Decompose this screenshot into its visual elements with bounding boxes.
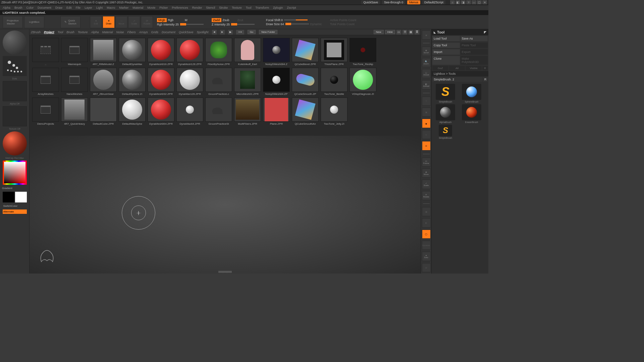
dynamic-button[interactable]: Dynamic <box>422 241 431 250</box>
menu-zscript[interactable]: Zscript <box>287 6 296 9</box>
zadd-button[interactable]: Zadd <box>212 18 221 22</box>
list-item[interactable]: TwoTone_Jelly.ZI <box>321 98 347 125</box>
dock-right-icon[interactable]: ◨ <box>461 0 466 4</box>
tool-simplebrush[interactable]: S SimpleBrush <box>433 84 458 103</box>
move-button[interactable]: ↔Move <box>115 16 127 28</box>
tab-alpha[interactable]: Alpha <box>91 31 99 34</box>
list-item[interactable]: MicroMesh01.ZPR <box>234 68 261 96</box>
list-item[interactable]: FiberByNoise.ZPR <box>205 38 232 66</box>
list-item[interactable]: TwoTone_RedAp <box>350 38 376 66</box>
list-item[interactable]: ArrayMeshes <box>32 68 59 96</box>
list-item[interactable]: QCubeSmooth.ZP <box>292 68 319 96</box>
menu-marker[interactable]: Marker <box>119 6 128 9</box>
rgb-intensity-bar[interactable] <box>180 24 204 25</box>
list-item[interactable]: DefaultCube.ZPR <box>90 98 117 125</box>
tab-quicksave[interactable]: QuickSave <box>179 31 194 34</box>
canvas-resize-handle[interactable] <box>218 271 232 273</box>
rotate-tool-button[interactable]: ⟳Rotate <box>422 191 431 200</box>
list-item[interactable]: DynaWax64.ZPR <box>176 98 203 125</box>
brush-preview[interactable] <box>3 31 27 55</box>
dock-left-icon[interactable]: ◧ <box>455 0 460 4</box>
menu-zplugin[interactable]: Zplugin <box>273 6 283 9</box>
list-item[interactable]: 4R7_QuickHeavy <box>61 98 88 125</box>
color-picker[interactable] <box>3 161 27 185</box>
xpose-button[interactable]: ⊞ <box>422 263 431 272</box>
menu-picker[interactable]: Picker <box>159 6 168 9</box>
view-details-icon[interactable]: ≣ <box>415 30 419 35</box>
menu-file[interactable]: File <box>76 6 81 9</box>
menu-stroke[interactable]: Stroke <box>219 6 228 9</box>
tab-brush[interactable]: Brush <box>66 31 74 34</box>
projection-master-button[interactable]: Projection Master <box>3 16 23 28</box>
quicksketch-button[interactable]: ✎ Quick Sketch <box>60 16 80 28</box>
menu-preferences[interactable]: Preferences <box>172 6 188 9</box>
import-button[interactable]: Import <box>432 49 460 55</box>
menu-color[interactable]: Color <box>26 6 34 9</box>
menu-layer[interactable]: Layer <box>85 6 92 9</box>
close-button[interactable]: ✕ <box>482 0 487 4</box>
list-item[interactable]: 4R7_ZBrushSear <box>90 68 117 96</box>
go-button[interactable]: Go <box>248 30 256 34</box>
alternate-button[interactable]: Alternate <box>3 209 27 214</box>
zcut-button[interactable]: Zcut <box>237 18 244 22</box>
menu-transform[interactable]: Transform <box>255 6 269 9</box>
goz-visible-button[interactable]: Visible <box>466 66 482 70</box>
lightbox-tools-link[interactable]: Lightbox > Tools <box>432 71 488 76</box>
make-polymesh-button[interactable]: Make PolyMesh3D <box>461 56 488 65</box>
list-item[interactable]: MultiFibers.ZPR <box>234 98 261 125</box>
edit-button[interactable]: ✦Edit <box>90 16 102 28</box>
z-intensity-bar[interactable] <box>231 24 255 25</box>
list-item[interactable]: Plane.ZPR <box>263 98 290 125</box>
save-as-button[interactable]: Save As <box>461 36 488 41</box>
tab-document[interactable]: Document <box>162 31 175 34</box>
floor-button[interactable]: ▦ <box>422 108 431 117</box>
help-icon[interactable]: ? <box>466 0 471 4</box>
switch-color-button[interactable]: SwitchColor <box>3 204 27 208</box>
goz-all-button[interactable]: All <box>449 66 465 70</box>
list-item[interactable]: DynaMesh016.ZPR <box>148 38 174 66</box>
clone-button[interactable]: Clone <box>432 56 460 65</box>
menu-render[interactable]: Render <box>192 6 202 9</box>
list-item[interactable]: GroomPracticeSt <box>205 98 232 125</box>
list-item[interactable]: DemoProjects <box>32 98 59 125</box>
polyf-button[interactable]: ▦ <box>422 207 431 216</box>
tab-arrays[interactable]: Arrays <box>139 31 148 34</box>
z-intensity-slider[interactable]: Z Intensity 25 <box>212 23 230 26</box>
m-button[interactable]: M <box>185 18 187 22</box>
list-item[interactable]: .. <box>32 38 59 66</box>
rgb-button[interactable]: Rgb <box>168 18 174 22</box>
goz-r-button[interactable]: R <box>482 66 488 70</box>
search-input[interactable]: ⟶ <box>236 30 244 35</box>
view-grid-icon[interactable]: ▦ <box>409 30 413 35</box>
list-item[interactable]: Mannequin <box>61 38 88 66</box>
list-item[interactable]: NanoMeshes <box>61 68 88 96</box>
list-item[interactable]: GroomPracticeLc <box>205 68 232 96</box>
export-button[interactable]: Export <box>461 49 488 55</box>
list-item[interactable]: DefaultDynaWax <box>119 38 146 66</box>
ghost-button[interactable]: ◯ <box>422 230 431 239</box>
list-item[interactable]: QCubeBevel.ZPR <box>292 38 319 66</box>
tool-eraserbrush[interactable]: EraserBrush <box>459 104 484 123</box>
menu-alpha[interactable]: Alpha <box>3 6 10 9</box>
menu-tool[interactable]: Tool <box>246 6 252 9</box>
tab-project[interactable]: Project <box>44 31 54 34</box>
panel-close-icon[interactable]: ◤ <box>484 31 486 34</box>
view-single-icon[interactable]: ▭ <box>396 30 401 35</box>
nav-prev-icon[interactable]: ◄ <box>212 30 217 35</box>
tab-tool[interactable]: Tool <box>58 31 63 34</box>
lconst-button[interactable]: ◎ <box>422 141 431 150</box>
menu-stencil[interactable]: Stencil <box>206 6 215 9</box>
current-tool-field[interactable]: SimpleBrush. 2 <box>432 77 482 82</box>
secondary-color-swatch[interactable] <box>3 192 14 202</box>
lightbox-button[interactable]: LightBox <box>24 16 44 28</box>
list-item[interactable]: DynaMesh032.ZPR <box>148 68 174 96</box>
load-tool-button[interactable]: Load Tool <box>432 36 460 41</box>
zsub-button[interactable]: Zsub <box>223 18 229 22</box>
focal-shift-bar[interactable] <box>284 19 308 20</box>
list-item[interactable]: NoisyDMesh64.ZP <box>263 68 290 96</box>
menu-macro[interactable]: Macro <box>107 6 115 9</box>
list-item[interactable]: QCubeSmoothAn <box>292 98 319 125</box>
canvas[interactable]: ·╋· <box>30 136 421 274</box>
tab-grids[interactable]: Grids <box>151 31 159 34</box>
local-button[interactable]: ◉ <box>422 119 431 128</box>
